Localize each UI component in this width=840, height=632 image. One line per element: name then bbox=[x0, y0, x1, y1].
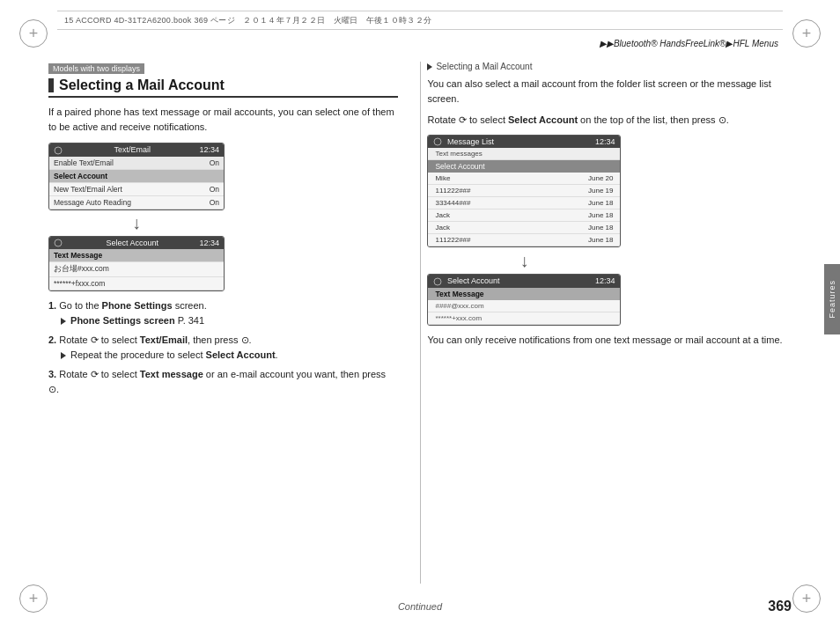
screen2-title-bar: Select Account 12:34 bbox=[49, 237, 224, 250]
header-title: ▶▶Bluetooth® HandsFreeLink®▶HFL Menus bbox=[600, 39, 778, 48]
screen1-row-4: Message Auto Reading On bbox=[49, 196, 224, 209]
triangle-icon-1 bbox=[61, 318, 66, 325]
note-body-2: Rotate ⟳ to select Select Account on the… bbox=[427, 113, 792, 128]
svg-point-1 bbox=[55, 239, 62, 246]
features-tab-label: Features bbox=[828, 280, 836, 319]
sa-time: 12:34 bbox=[595, 276, 615, 285]
main-content: Models with two displays Selecting a Mai… bbox=[48, 62, 792, 584]
screen1-icon bbox=[54, 145, 65, 155]
steps: 1. Go to the Phone Settings screen. Phon… bbox=[48, 298, 398, 396]
intro-text: If a paired phone has text message or ma… bbox=[48, 105, 398, 134]
msg-row-1: MikeJune 20 bbox=[428, 173, 620, 185]
note-label: Selecting a Mail Account bbox=[436, 62, 532, 71]
screen2-row-2: お台場#xxx.com bbox=[49, 262, 224, 277]
msg-list-label: Message List bbox=[433, 137, 494, 147]
msg-subtitle: Text messages bbox=[428, 148, 620, 160]
sa-row-3: ******+xxx.com bbox=[428, 312, 620, 325]
screen1-row-1: Enable Text/Email On bbox=[49, 157, 224, 170]
right-column: Selecting a Mail Account You can also se… bbox=[427, 62, 792, 347]
screen-text-email: Text/Email 12:34 Enable Text/Email On Se… bbox=[48, 143, 225, 210]
step-1: 1. Go to the Phone Settings screen. Phon… bbox=[48, 298, 398, 327]
continued-text: Continued bbox=[398, 601, 442, 612]
screen-select-account-left: Select Account 12:34 Text Message お台場#xx… bbox=[48, 236, 225, 292]
msg-row-4: JackJune 18 bbox=[428, 209, 620, 222]
top-bar: 15 ACCORD 4D-31T2A6200.book 369 ページ ２０１４… bbox=[57, 11, 783, 30]
arrow-down-right: ↓ bbox=[427, 251, 621, 271]
screen-message-list: Message List 12:34 Text messages Select … bbox=[427, 135, 621, 248]
screen1-time: 12:34 bbox=[199, 145, 219, 154]
bottom-bar: Continued 369 bbox=[48, 599, 792, 614]
models-badge: Models with two displays bbox=[48, 63, 144, 74]
screen2-row-1: Text Message bbox=[49, 249, 224, 262]
header-title-text: ▶▶Bluetooth® HandsFreeLink®▶HFL Menus bbox=[600, 39, 778, 48]
msg-select-account-bar: Select Account bbox=[428, 160, 620, 173]
svg-point-0 bbox=[55, 147, 62, 154]
sa-row-1: Text Message bbox=[428, 288, 620, 300]
sa-title-bar: Select Account 12:34 bbox=[428, 275, 620, 288]
corner-decoration-br bbox=[792, 584, 821, 613]
msg-list-title-bar: Message List 12:34 bbox=[428, 136, 620, 149]
step-2: 2. Rotate ⟳ to select Text/Email, then p… bbox=[48, 333, 398, 362]
triangle-icon-2 bbox=[61, 352, 66, 359]
page-number: 369 bbox=[768, 599, 792, 614]
step-1-sub: Phone Settings screen P. 341 bbox=[61, 313, 398, 328]
corner-decoration-tl bbox=[19, 19, 48, 48]
sa-title: Select Account bbox=[447, 276, 500, 285]
step-3: 3. Rotate ⟳ to select Text message or an… bbox=[48, 367, 398, 396]
sa-row-2: ####@xxx.com bbox=[428, 300, 620, 312]
screen-select-account-right: Select Account 12:34 Text Message ####@x… bbox=[427, 274, 621, 326]
step-2-sub: Repeat the procedure to select Select Ac… bbox=[61, 348, 398, 363]
features-tab: Features bbox=[824, 264, 840, 334]
heading-bar bbox=[48, 78, 54, 92]
screen1-title: Text/Email bbox=[114, 145, 151, 154]
note-triangle-icon bbox=[427, 63, 432, 70]
arrow-down-left: ↓ bbox=[48, 213, 225, 233]
svg-point-3 bbox=[434, 278, 441, 285]
section-heading-text: Selecting a Mail Account bbox=[59, 77, 225, 93]
screen1-row-2: Select Account bbox=[49, 170, 224, 183]
corner-decoration-tr bbox=[792, 19, 821, 48]
msg-row-6: 111222###June 18 bbox=[428, 234, 620, 246]
screen2-icon bbox=[54, 239, 65, 248]
msg-row-3: 333444###June 18 bbox=[428, 197, 620, 209]
note-body-1: You can also select a mail account from … bbox=[427, 77, 792, 106]
svg-point-2 bbox=[434, 138, 441, 145]
screen2-time: 12:34 bbox=[199, 239, 219, 247]
bottom-note: You can only receive notifications from … bbox=[427, 333, 792, 348]
note-bar: Selecting a Mail Account bbox=[427, 62, 792, 71]
screen2-row-3: ******+fxxx.com bbox=[49, 277, 224, 290]
left-column: Models with two displays Selecting a Mai… bbox=[48, 62, 398, 401]
section-heading: Selecting a Mail Account bbox=[48, 77, 398, 98]
screen1-title-bar: Text/Email 12:34 bbox=[49, 143, 224, 157]
msg-list-time: 12:34 bbox=[595, 137, 615, 146]
screen2-title: Select Account bbox=[106, 239, 158, 247]
top-bar-text: 15 ACCORD 4D-31T2A6200.book 369 ページ ２０１４… bbox=[64, 15, 431, 26]
msg-row-5: JackJune 18 bbox=[428, 222, 620, 234]
screen-group-left: Text/Email 12:34 Enable Text/Email On Se… bbox=[48, 143, 398, 291]
screen1-row-3: New Text/Email Alert On bbox=[49, 183, 224, 196]
msg-row-2: 111222###June 19 bbox=[428, 185, 620, 197]
corner-decoration-bl bbox=[19, 584, 48, 613]
